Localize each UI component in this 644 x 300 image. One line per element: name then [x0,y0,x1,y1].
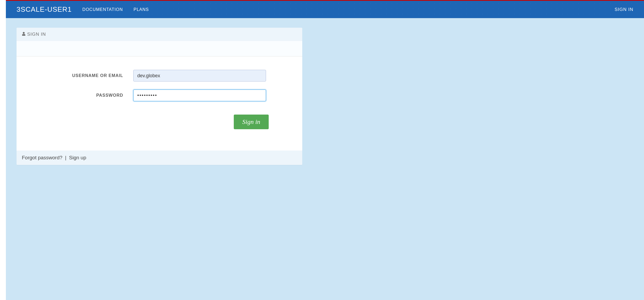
panel-subheader [17,41,302,56]
left-edge-strip [0,0,6,300]
header-sign-in-link[interactable]: SIGN IN [615,7,633,12]
header-left: 3SCALE-USER1 DOCUMENTATION PLANS [17,5,149,14]
panel-body: USERNAME OR EMAIL PASSWORD Sign in [17,56,302,151]
panel-header: SIGN IN [17,28,302,41]
panel-footer: Forgot password? | Sign up [17,151,302,165]
content-area: SIGN IN USERNAME OR EMAIL PASSWORD Sign … [0,18,644,175]
header-bar: 3SCALE-USER1 DOCUMENTATION PLANS SIGN IN [0,1,644,18]
sign-up-link[interactable]: Sign up [69,155,86,161]
username-row: USERNAME OR EMAIL [43,70,276,82]
user-icon [22,32,26,37]
footer-separator: | [65,155,66,161]
nav-documentation[interactable]: DOCUMENTATION [82,7,123,12]
brand-title[interactable]: 3SCALE-USER1 [17,5,72,14]
username-label: USERNAME OR EMAIL [43,73,123,78]
signin-button[interactable]: Sign in [234,115,269,129]
signin-panel: SIGN IN USERNAME OR EMAIL PASSWORD Sign … [17,28,302,165]
forgot-password-link[interactable]: Forgot password? [22,155,62,161]
password-row: PASSWORD [43,90,276,101]
password-label: PASSWORD [43,93,123,98]
panel-header-title: SIGN IN [27,32,46,37]
header-right: SIGN IN [615,7,633,12]
button-row: Sign in [43,115,276,129]
username-input[interactable] [133,70,266,82]
nav-links: DOCUMENTATION PLANS [82,7,149,12]
nav-plans[interactable]: PLANS [134,7,149,12]
password-input[interactable] [133,90,266,101]
